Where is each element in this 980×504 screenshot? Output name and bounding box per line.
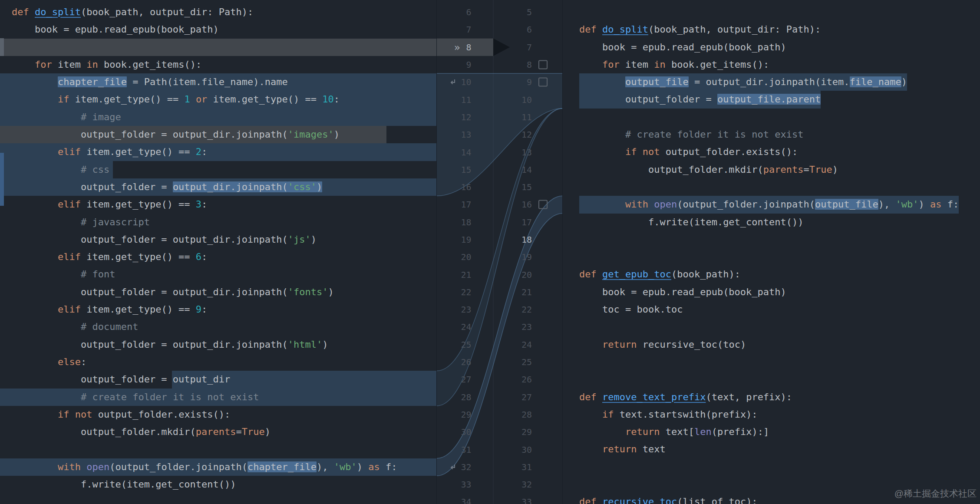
code-line[interactable]: if not output_folder.exists(): xyxy=(563,143,980,161)
code-line[interactable]: elif item.get_type() == 2: xyxy=(0,143,436,161)
code-token: def xyxy=(12,7,29,17)
code-line[interactable]: output_folder = output_dir.joinpath('css… xyxy=(0,178,436,196)
include-change-checkbox[interactable] xyxy=(538,60,548,69)
code-line[interactable] xyxy=(563,318,980,336)
code-line[interactable]: output_folder = output_dir.joinpath('fon… xyxy=(0,283,436,301)
line-number-right: 22 xyxy=(521,304,532,315)
code-token: output_folder.exists(): xyxy=(92,409,230,420)
code-token: # create folder it is not exist xyxy=(625,129,804,140)
code-line[interactable]: with open(output_folder.joinpath(output_… xyxy=(563,196,980,213)
fold-arrow-icon[interactable] xyxy=(449,463,457,471)
code-line[interactable]: # font xyxy=(0,266,436,283)
code-line[interactable]: book = epub.read_epub(book_path) xyxy=(0,21,436,38)
code-token: = xyxy=(804,164,809,175)
code-line[interactable]: output_folder = output_dir.joinpath('js'… xyxy=(0,231,436,248)
code-line[interactable]: with open(output_folder.joinpath(chapter… xyxy=(0,458,436,476)
code-token: text xyxy=(637,444,665,455)
code-line[interactable]: # javascript xyxy=(0,214,436,231)
code-token: recursive_toc xyxy=(602,496,677,504)
line-number-right: 20 xyxy=(521,270,532,280)
code-line[interactable]: chapter_file = Path(item.file_name).name xyxy=(0,73,436,91)
code-line[interactable]: output_folder = output_dir.joinpath('ima… xyxy=(0,126,436,143)
code-line[interactable]: if not output_folder.exists(): xyxy=(0,406,436,423)
code-line[interactable]: return text xyxy=(563,441,980,458)
gutter-row: 2019 xyxy=(437,248,562,266)
code-line[interactable] xyxy=(0,493,436,504)
code-token: ) xyxy=(832,164,838,175)
code-line[interactable]: f.write(item.get_content()) xyxy=(0,476,436,493)
code-token: toc = book.toc xyxy=(579,304,683,315)
code-line[interactable]: if item.get_type() == 1 or item.get_type… xyxy=(0,91,436,108)
line-number-left: 30 xyxy=(461,427,471,437)
code-line[interactable] xyxy=(563,248,980,266)
code-token: or xyxy=(196,94,208,105)
code-line[interactable]: # image xyxy=(0,109,436,126)
gutter-row: 1615 xyxy=(437,178,562,196)
code-token xyxy=(12,76,58,87)
change-marker-stripe xyxy=(0,38,4,56)
code-line[interactable] xyxy=(563,109,980,126)
line-number-right: 33 xyxy=(521,497,532,504)
code-line[interactable]: output_folder = output_dir.joinpath('htm… xyxy=(0,336,436,353)
code-line[interactable]: f.write(item.get_content()) xyxy=(563,214,980,231)
code-line[interactable]: book = epub.read_epub(book_path) xyxy=(563,283,980,301)
line-number-left: 33 xyxy=(461,479,471,490)
code-line[interactable]: def get_epub_toc(book_path): xyxy=(563,266,980,283)
code-token: book = epub.read_epub(book_path) xyxy=(579,287,786,297)
line-number-left: 28 xyxy=(461,392,471,402)
inline-diff-highlight: output_folder = output_file.parent xyxy=(579,91,821,108)
code-token: return xyxy=(602,444,637,455)
line-number-left: 23 xyxy=(461,304,471,315)
code-token xyxy=(12,409,58,420)
code-token: : xyxy=(201,146,207,157)
code-line[interactable]: output_folder.mkdir(parents=True) xyxy=(563,161,980,178)
code-line[interactable]: output_folder.mkdir(parents=True) xyxy=(0,423,436,441)
code-line[interactable]: output_folder = output_file.parent xyxy=(563,91,980,108)
code-line[interactable]: def do_split(book_path, output_dir: Path… xyxy=(0,3,436,21)
code-line[interactable] xyxy=(563,353,980,371)
code-line[interactable] xyxy=(563,371,980,388)
code-line[interactable] xyxy=(563,231,980,248)
code-line[interactable]: output_file = output_dir.joinpath(item.f… xyxy=(563,73,980,91)
code-line[interactable]: for item in book.get_items(): xyxy=(0,56,436,73)
include-change-checkbox[interactable] xyxy=(538,78,548,87)
code-token: 3 xyxy=(196,199,201,210)
code-line[interactable] xyxy=(563,458,980,476)
code-line[interactable]: # create folder it is not exist xyxy=(563,126,980,143)
code-line[interactable]: elif item.get_type() == 6: xyxy=(0,248,436,266)
watermark: @稀土掘金技术社区 xyxy=(894,488,977,500)
code-line[interactable] xyxy=(563,3,980,21)
gutter-row: 3231 xyxy=(437,458,562,476)
left-editor: def do_split(book_path, output_dir: Path… xyxy=(0,0,436,504)
code-line[interactable]: # create folder it is not exist xyxy=(0,389,436,406)
code-token: f.write(item.get_content()) xyxy=(12,479,236,490)
code-line[interactable]: def remove_text_prefix(text, prefix): xyxy=(563,389,980,406)
code-token xyxy=(579,146,625,157)
code-token: (book_path, output_dir: Path): xyxy=(81,7,253,17)
line-number-left: 32 xyxy=(461,462,471,472)
include-change-checkbox[interactable] xyxy=(538,200,548,209)
code-line[interactable]: def do_split(book_path, output_dir: Path… xyxy=(563,21,980,38)
code-line[interactable]: elif item.get_type() == 9: xyxy=(0,301,436,318)
code-token: : xyxy=(201,199,207,210)
code-line[interactable]: return text[len(prefix):] xyxy=(563,423,980,441)
code-line[interactable]: if text.startswith(prefix): xyxy=(563,406,980,423)
code-line[interactable]: output_folder = output_dir xyxy=(0,371,436,388)
code-line[interactable] xyxy=(0,39,436,56)
gutter-row: 2221 xyxy=(437,283,562,301)
code-line[interactable]: for item in book.get_items(): xyxy=(563,56,980,73)
code-line[interactable]: # document xyxy=(0,318,436,336)
code-line[interactable] xyxy=(0,441,436,458)
diff-gutter: 6576»87981091110121113121413151416151716… xyxy=(436,0,562,504)
code-line[interactable]: toc = book.toc xyxy=(563,301,980,318)
line-number-left: 31 xyxy=(461,445,471,455)
code-token: : xyxy=(201,304,207,315)
code-line[interactable]: else: xyxy=(0,353,436,371)
code-line[interactable] xyxy=(563,178,980,196)
code-line[interactable]: elif item.get_type() == 3: xyxy=(0,196,436,213)
code-line[interactable]: # css xyxy=(0,161,436,178)
code-line[interactable]: book = epub.read_epub(book_path) xyxy=(563,39,980,56)
code-token xyxy=(190,94,196,105)
fold-arrow-icon[interactable] xyxy=(449,78,457,86)
code-line[interactable]: return recursive_toc(toc) xyxy=(563,336,980,353)
